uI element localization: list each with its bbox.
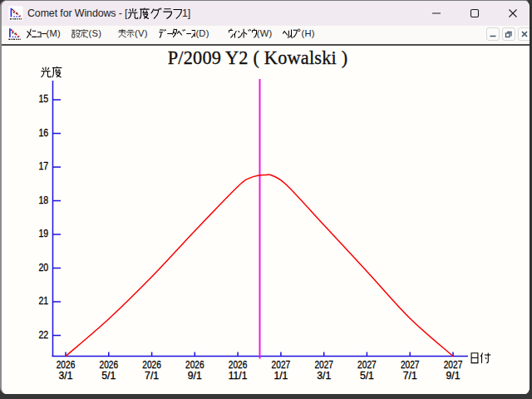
- svg-text:9/1: 9/1: [446, 370, 461, 382]
- svg-text:5/1: 5/1: [101, 370, 116, 382]
- svg-text:1/1: 1/1: [273, 370, 288, 382]
- svg-text:21: 21: [38, 295, 48, 307]
- svg-text:7/1: 7/1: [145, 370, 159, 382]
- svg-text:11/1: 11/1: [229, 370, 248, 382]
- svg-text:9/1: 9/1: [188, 370, 202, 382]
- svg-text:2026: 2026: [142, 359, 161, 371]
- svg-text:2026: 2026: [57, 359, 76, 371]
- svg-text:19: 19: [38, 228, 48, 239]
- svg-text:7/1: 7/1: [403, 370, 417, 382]
- svg-text:3/1: 3/1: [59, 370, 73, 382]
- svg-text:2026: 2026: [185, 359, 204, 371]
- svg-text:20: 20: [38, 262, 48, 273]
- svg-text:2027: 2027: [314, 359, 333, 371]
- svg-text:2027: 2027: [272, 359, 291, 371]
- svg-text:5/1: 5/1: [360, 370, 374, 382]
- svg-text:2027: 2027: [444, 359, 463, 371]
- svg-text:2027: 2027: [357, 359, 377, 371]
- svg-text:2026: 2026: [229, 359, 248, 371]
- svg-text:P/2009 Y2 ( Kowalski ): P/2009 Y2 ( Kowalski ): [168, 47, 348, 68]
- svg-text:2027: 2027: [401, 359, 420, 371]
- svg-text:15: 15: [38, 93, 48, 105]
- svg-text:2026: 2026: [100, 359, 119, 371]
- svg-text:17: 17: [38, 160, 48, 172]
- svg-text:16: 16: [38, 127, 48, 139]
- svg-text:18: 18: [38, 195, 48, 206]
- svg-text:3/1: 3/1: [317, 370, 331, 382]
- svg-text:22: 22: [38, 329, 48, 341]
